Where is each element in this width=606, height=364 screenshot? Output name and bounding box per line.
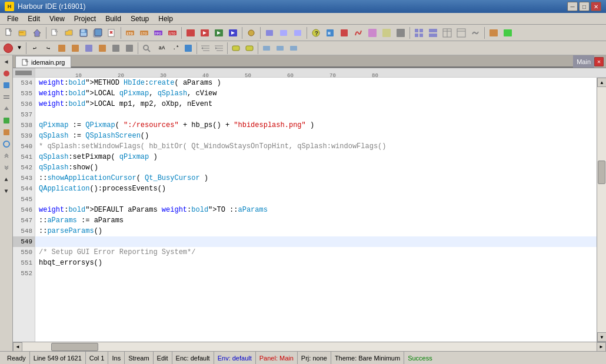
hscroll-left-button[interactable]: ◀ (13, 342, 22, 352)
tb-btn-b2[interactable]: 1TO (138, 26, 151, 39)
code-area[interactable]: weight:bold">METHOD HbIde:create( aParam… (35, 78, 597, 342)
tb-save-all[interactable] (91, 26, 104, 39)
menu-help[interactable]: Help (154, 14, 178, 24)
minimize-button[interactable]: ─ (567, 2, 578, 11)
app-icon: H (5, 2, 14, 11)
tb-doc1[interactable]: H (324, 26, 337, 39)
file-tab[interactable]: idemain.prg (15, 56, 71, 68)
tb2-outdent[interactable] (212, 42, 225, 55)
svg-rect-37 (382, 29, 391, 37)
maximize-button[interactable]: □ (579, 2, 590, 11)
tb2-nav[interactable] (182, 42, 195, 55)
sidebar-icon-6[interactable] (1, 127, 12, 138)
svg-rect-35 (341, 29, 348, 36)
sidebar-collapse-icon[interactable]: ◀ (1, 56, 12, 67)
sidebar-icon-2[interactable] (1, 80, 12, 91)
tb2-btn2[interactable] (69, 42, 82, 55)
tb2-redo[interactable]: ↪ (42, 42, 55, 55)
scroll-track[interactable] (597, 87, 606, 332)
tb-btn-b3[interactable]: PPO (152, 26, 165, 39)
tb2-extra3[interactable] (287, 42, 300, 55)
horizontal-scrollbar[interactable]: ◀ ▶ (13, 342, 606, 351)
tb2-regex[interactable]: .* (171, 42, 181, 55)
menu-file[interactable]: File (2, 14, 23, 24)
tb2-search[interactable] (140, 42, 153, 55)
tb-func4[interactable] (394, 26, 407, 39)
tb2-circle-red[interactable] (4, 44, 13, 53)
close-button[interactable]: ✕ (591, 2, 601, 11)
tb-save[interactable] (77, 26, 90, 39)
tb-doc2[interactable] (338, 26, 351, 39)
line-number: 535 (13, 88, 35, 99)
tb2-extra1[interactable] (260, 42, 273, 55)
sidebar-icon-9[interactable] (1, 162, 12, 173)
tb-file-new[interactable] (49, 26, 62, 39)
tb-nav-3[interactable] (291, 26, 304, 39)
svg-rect-51 (504, 29, 512, 36)
ruler-mark-10: 10 (75, 73, 82, 78)
tb-btn-b1[interactable]: 1TO (124, 26, 136, 39)
sidebar-icon-8[interactable] (1, 151, 12, 161)
tb-open-button[interactable] (16, 26, 29, 39)
menu-project[interactable]: Project (69, 14, 101, 24)
sidebar-icon-1[interactable] (1, 68, 12, 79)
tb-nav-2[interactable] (277, 26, 290, 39)
tb2-btn4[interactable] (96, 42, 109, 55)
tb-help[interactable]: ? (309, 26, 322, 39)
svg-marker-64 (201, 47, 203, 49)
menu-build[interactable]: Build (101, 14, 126, 24)
menu-view[interactable]: View (45, 14, 69, 24)
tb-btn-b4[interactable]: 1TO (166, 26, 179, 39)
sidebar-icon-3[interactable] (1, 92, 12, 102)
tb-file-open2[interactable] (63, 26, 76, 39)
hscroll-track[interactable] (22, 342, 597, 352)
tb2-comment1[interactable] (229, 42, 242, 55)
tb-table2[interactable] (455, 26, 468, 39)
tb-func2[interactable] (366, 26, 379, 39)
tb2-comment2[interactable] (243, 42, 256, 55)
sidebar-icon-7[interactable] (1, 139, 12, 149)
tb2-undo[interactable]: ↩ (28, 42, 41, 55)
scroll-thumb[interactable] (598, 161, 605, 184)
tb2-btn1[interactable] (55, 42, 68, 55)
tb-extra1[interactable] (487, 26, 500, 39)
tb-run-green[interactable] (212, 26, 225, 39)
scroll-up-button[interactable]: ▲ (597, 78, 606, 87)
tb2-btn6[interactable] (123, 42, 136, 55)
tb-grid2[interactable] (427, 26, 439, 39)
tb-func3[interactable] (380, 26, 393, 39)
tb-nav-1[interactable] (263, 26, 276, 39)
tb-house-button[interactable] (31, 26, 44, 39)
sidebar-icon-4[interactable] (1, 103, 12, 114)
code-line: qSplash := QSplashScreen() (35, 131, 597, 141)
tb-new-button[interactable] (2, 26, 15, 39)
svg-text:1TO: 1TO (141, 32, 147, 36)
hscroll-thumb[interactable] (51, 343, 98, 351)
panel-close-button[interactable]: ✕ (594, 57, 604, 66)
scroll-down-button[interactable]: ▼ (597, 332, 606, 342)
tb-chain[interactable] (469, 26, 482, 39)
tb2-case[interactable]: aA (154, 42, 170, 55)
tb-grid1[interactable] (412, 26, 425, 39)
tb-close-file[interactable] (105, 26, 118, 39)
tb-extra2[interactable] (501, 26, 514, 39)
tb-tool-1[interactable] (245, 26, 258, 39)
tb-run-red[interactable] (184, 26, 197, 39)
tb2-dropdown[interactable]: ▼ (15, 44, 24, 53)
tb-table1[interactable] (441, 26, 454, 39)
sidebar-icon-nav-up[interactable]: ▲ (1, 174, 12, 185)
tb2-btn5[interactable] (109, 42, 122, 55)
svg-rect-57 (126, 45, 133, 52)
tb2-btn3[interactable] (82, 42, 95, 55)
sidebar-icon-nav-down[interactable]: ▼ (1, 186, 12, 196)
tb2-extra2[interactable] (274, 42, 287, 55)
vertical-scrollbar[interactable]: ▲ ▼ (597, 78, 606, 342)
sidebar-icon-5[interactable] (1, 115, 12, 126)
tb2-indent[interactable] (199, 42, 212, 55)
tb-run-blue[interactable] (227, 26, 239, 39)
menu-setup[interactable]: Setup (126, 14, 154, 24)
tb-func1[interactable] (352, 26, 365, 39)
menu-edit[interactable]: Edit (23, 14, 45, 24)
hscroll-right-button[interactable]: ▶ (597, 342, 606, 352)
tb-run-red2[interactable] (198, 26, 211, 39)
